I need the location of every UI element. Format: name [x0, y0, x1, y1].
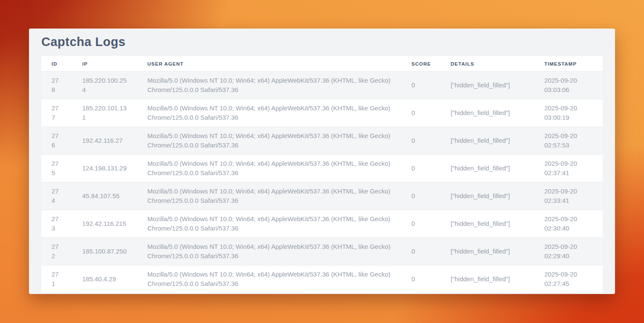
column-header-details: DETAILS [440, 56, 534, 72]
cell-user_agent: Mozilla/5.0 (Windows NT 10.0; Win64; x64… [137, 265, 401, 293]
cell-user_agent: Mozilla/5.0 (Windows NT 10.0; Win64; x64… [137, 155, 401, 182]
cell-ip: 192.42.116.215 [72, 210, 137, 238]
cell-ip: 185.100.87.250 [72, 238, 137, 265]
cell-id: 271 [41, 265, 72, 293]
cell-timestamp: 2025-09-20 03:03:06 [534, 72, 603, 99]
cell-timestamp: 2025-09-20 02:30:40 [534, 210, 603, 238]
cell-score: 0 [401, 127, 440, 155]
cell-score: 0 [401, 182, 440, 210]
cell-user_agent: Mozilla/5.0 (Windows NT 10.0; Win64; x64… [137, 210, 401, 238]
table-row: 277185.220.101.131Mozilla/5.0 (Windows N… [41, 99, 603, 127]
cell-user_agent: Mozilla/5.0 (Windows NT 10.0; Win64; x64… [137, 127, 401, 155]
table-row: 273192.42.116.215Mozilla/5.0 (Windows NT… [41, 210, 603, 238]
cell-details: ["hidden_field_filled"] [440, 265, 534, 293]
cell-id: 278 [41, 72, 72, 99]
column-header-id: ID [41, 56, 72, 72]
cell-ip: 192.42.116.27 [72, 127, 137, 155]
column-header-score: SCORE [401, 56, 440, 72]
cell-id: 275 [41, 155, 72, 182]
table-row: 272185.100.87.250Mozilla/5.0 (Windows NT… [41, 238, 603, 265]
table-row: 276192.42.116.27Mozilla/5.0 (Windows NT … [41, 127, 603, 155]
cell-score: 0 [401, 238, 440, 265]
cell-user_agent: Mozilla/5.0 (Windows NT 10.0; Win64; x64… [137, 99, 401, 127]
cell-id: 276 [41, 127, 72, 155]
cell-id: 274 [41, 182, 72, 210]
column-header-user_agent: USER AGENT [137, 56, 401, 72]
cell-score: 0 [401, 210, 440, 238]
table-header-row: IDIPUSER AGENTSCOREDETAILSTIMESTAMP [41, 56, 603, 72]
cell-details: ["hidden_field_filled"] [440, 99, 534, 127]
cell-details: ["hidden_field_filled"] [440, 182, 534, 210]
cell-score: 0 [401, 99, 440, 127]
table-row: 271185.40.4.29Mozilla/5.0 (Windows NT 10… [41, 265, 603, 293]
cell-timestamp: 2025-09-20 02:37:41 [534, 155, 603, 182]
cell-ip: 45.84.107.55 [72, 182, 137, 210]
cell-ip: 185.220.101.131 [72, 99, 137, 127]
cell-id: 273 [41, 210, 72, 238]
cell-details: ["hidden_field_filled"] [440, 127, 534, 155]
cell-user_agent: Mozilla/5.0 (Windows NT 10.0; Win64; x64… [137, 72, 401, 99]
table-row: 275124.198.131.29Mozilla/5.0 (Windows NT… [41, 155, 603, 182]
cell-id: 272 [41, 238, 72, 265]
cell-ip: 124.198.131.29 [72, 155, 137, 182]
column-header-timestamp: TIMESTAMP [534, 56, 603, 72]
cell-timestamp: 2025-09-20 02:29:40 [534, 238, 603, 265]
cell-user_agent: Mozilla/5.0 (Windows NT 10.0; Win64; x64… [137, 238, 401, 265]
cell-score: 0 [401, 265, 440, 293]
cell-details: ["hidden_field_filled"] [440, 155, 534, 182]
table-row: 27445.84.107.55Mozilla/5.0 (Windows NT 1… [41, 182, 603, 210]
cell-user_agent: Mozilla/5.0 (Windows NT 10.0; Win64; x64… [137, 182, 401, 210]
table-row: 278185.220.100.254Mozilla/5.0 (Windows N… [41, 72, 603, 99]
page-background: Captcha Logs IDIPUSER AGENTSCOREDETAILST… [0, 0, 644, 323]
logs-table: IDIPUSER AGENTSCOREDETAILSTIMESTAMP 2781… [41, 56, 603, 293]
cell-timestamp: 2025-09-20 02:33:41 [534, 182, 603, 210]
logs-table-container: IDIPUSER AGENTSCOREDETAILSTIMESTAMP 2781… [41, 56, 603, 293]
captcha-logs-card: Captcha Logs IDIPUSER AGENTSCOREDETAILST… [29, 29, 615, 294]
cell-details: ["hidden_field_filled"] [440, 238, 534, 265]
cell-score: 0 [401, 72, 440, 99]
table-body: 278185.220.100.254Mozilla/5.0 (Windows N… [41, 72, 603, 293]
cell-timestamp: 2025-09-20 02:57:53 [534, 127, 603, 155]
cell-details: ["hidden_field_filled"] [440, 210, 534, 238]
cell-details: ["hidden_field_filled"] [440, 72, 534, 99]
cell-ip: 185.220.100.254 [72, 72, 137, 99]
cell-timestamp: 2025-09-20 03:00:19 [534, 99, 603, 127]
cell-timestamp: 2025-09-20 02:27:45 [534, 265, 603, 293]
card-header: Captcha Logs [29, 29, 615, 56]
cell-ip: 185.40.4.29 [72, 265, 137, 293]
page-title: Captcha Logs [41, 35, 603, 49]
cell-id: 277 [41, 99, 72, 127]
column-header-ip: IP [72, 56, 137, 72]
cell-score: 0 [401, 155, 440, 182]
